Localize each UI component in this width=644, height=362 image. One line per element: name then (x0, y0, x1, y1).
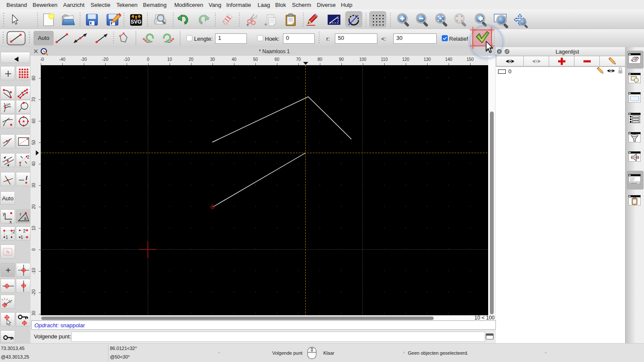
svg-text:SVG: SVG (131, 19, 141, 25)
svg-text:1: 1 (6, 235, 8, 240)
svg-text:x: x (9, 219, 12, 224)
svg-text:command: command (630, 182, 637, 184)
svg-text:2: 2 (12, 229, 15, 234)
svg-text:1: 1 (21, 235, 23, 240)
svg-text:r: r (20, 212, 21, 217)
svg-text:y: y (3, 211, 5, 216)
svg-text:2: 2 (23, 229, 26, 233)
svg-text:2: 2 (27, 155, 30, 160)
svg-text:a: a (24, 216, 27, 221)
